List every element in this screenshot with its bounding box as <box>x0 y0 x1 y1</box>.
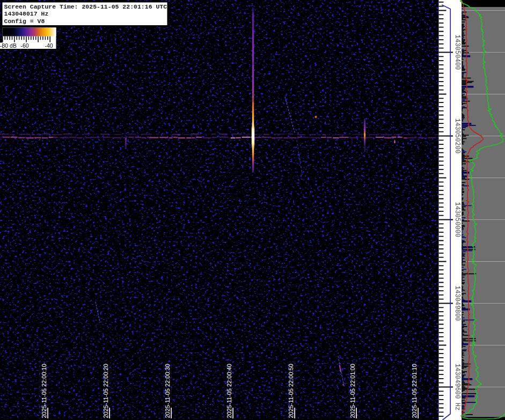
svg-text:2025-11-05 22:00:40: 2025-11-05 22:00:40 <box>226 364 232 418</box>
svg-text:143048017 Hz: 143048017 Hz <box>4 10 49 17</box>
svg-text:Screen Capture Time: 2025-11-0: Screen Capture Time: 2025-11-05 22:01:16… <box>4 3 167 10</box>
svg-text:2025-11-05 22:01:10: 2025-11-05 22:01:10 <box>411 364 418 418</box>
svg-text:Config = V8: Config = V8 <box>4 18 45 25</box>
svg-text:143050400: 143050400 <box>453 35 461 70</box>
svg-text:2025-11-05 22:00:30: 2025-11-05 22:00:30 <box>164 364 171 418</box>
svg-text:2025-11-05 22:01:00: 2025-11-05 22:01:00 <box>349 364 356 418</box>
svg-text:-80 dB: -80 dB <box>0 42 17 49</box>
svg-text:143049600 Hz: 143049600 Hz <box>453 364 461 411</box>
svg-text:-60: -60 <box>21 42 29 49</box>
svg-text:2025-11-05 22:00:50: 2025-11-05 22:00:50 <box>288 364 294 418</box>
svg-text:143050200: 143050200 <box>453 119 461 154</box>
svg-text:-40: -40 <box>45 42 53 49</box>
svg-text:2025-11-05 22:00:10: 2025-11-05 22:00:10 <box>41 364 47 418</box>
svg-text:2025-11-05 22:00:20: 2025-11-05 22:00:20 <box>103 364 109 418</box>
svg-text:143049800: 143049800 <box>453 286 461 321</box>
svg-text:143050000: 143050000 <box>453 202 461 238</box>
